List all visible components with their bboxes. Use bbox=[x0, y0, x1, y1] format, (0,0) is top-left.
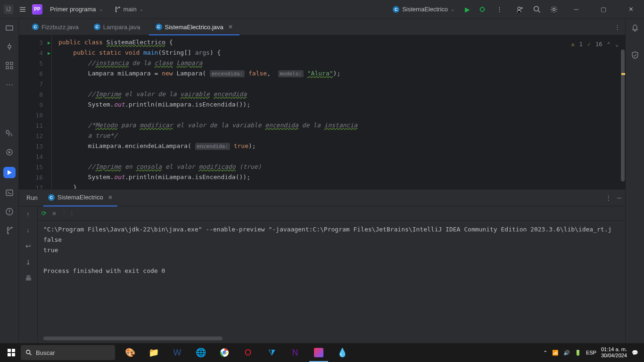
cortana-icon[interactable]: 🎨 bbox=[119, 343, 141, 362]
build-tool-icon[interactable] bbox=[5, 129, 14, 138]
chevron-up-icon[interactable]: ⌃ bbox=[607, 39, 611, 49]
svg-rect-8 bbox=[10, 66, 13, 69]
search-icon[interactable] bbox=[533, 5, 541, 14]
project-badge: PP bbox=[32, 4, 42, 15]
code-editor[interactable]: ⚠1 ✓16 ⌃ ⌄ public class SistemaElectrico… bbox=[52, 35, 625, 189]
run-panel: Run C SistemaElectrico ✕ ⋮ ─ ↑ ↓ ↩ ⤓ 🖶 bbox=[19, 189, 625, 343]
code-with-me-icon[interactable] bbox=[516, 5, 524, 14]
gutter-run-icon[interactable]: ▶ bbox=[48, 40, 50, 45]
notifications-tray-icon[interactable]: 💬 bbox=[632, 350, 638, 356]
chevron-down-icon[interactable]: ⌄ bbox=[615, 39, 619, 49]
main-menu-icon[interactable] bbox=[17, 4, 28, 15]
project-name-text: Primer programa bbox=[50, 6, 96, 13]
more-actions-icon[interactable]: ⋮ bbox=[493, 4, 506, 15]
taskbar-search[interactable]: Buscar bbox=[21, 345, 115, 360]
chrome-icon[interactable] bbox=[213, 343, 236, 362]
git-branch-dropdown[interactable]: main ⌄ bbox=[110, 4, 147, 15]
clock[interactable]: 01:14 a. m. 30/04/2024 bbox=[601, 346, 627, 359]
svg-point-4 bbox=[8, 45, 11, 48]
stop-button[interactable]: ■ bbox=[52, 210, 56, 217]
run-output[interactable]: "C:\Program Files\Java\jdk-22\bin\java.e… bbox=[38, 221, 625, 337]
warning-icon: ⚠ bbox=[571, 39, 574, 49]
left-bottom-tools bbox=[0, 129, 19, 235]
editor-scrollbar[interactable] bbox=[620, 35, 625, 189]
battery-icon[interactable]: 🔋 bbox=[575, 350, 581, 356]
svg-point-1 bbox=[518, 7, 520, 10]
app-icon[interactable]: 💧 bbox=[331, 343, 354, 362]
project-tool-icon[interactable] bbox=[5, 24, 14, 32]
problems-tool-icon[interactable] bbox=[5, 207, 14, 216]
word-icon[interactable]: W bbox=[166, 343, 189, 362]
run-tool-icon[interactable] bbox=[3, 167, 16, 178]
intellij-taskbar-icon[interactable] bbox=[307, 343, 330, 362]
java-class-icon: C bbox=[32, 24, 39, 30]
more-icon[interactable]: ⋮ bbox=[64, 210, 75, 217]
intellij-logo: IJ bbox=[4, 5, 13, 14]
run-tab-sistemaelectrico[interactable]: C SistemaElectrico ✕ bbox=[43, 189, 117, 206]
main-area: ⋯ C Fizzbuzz.java C Lampara.java C Siste… bbox=[0, 19, 644, 343]
close-icon[interactable]: ✕ bbox=[108, 194, 113, 201]
shield-icon[interactable] bbox=[631, 51, 639, 59]
svg-point-2 bbox=[534, 6, 539, 11]
branch-icon bbox=[114, 6, 121, 13]
git-tool-icon[interactable] bbox=[5, 226, 14, 235]
soft-wrap-icon[interactable]: ↩ bbox=[25, 242, 31, 250]
notifications-icon[interactable] bbox=[631, 24, 639, 32]
project-dropdown[interactable]: Primer programa ⌄ bbox=[46, 4, 107, 15]
minimize-button[interactable]: ─ bbox=[567, 3, 586, 16]
explorer-icon[interactable]: 📁 bbox=[142, 343, 165, 362]
tabs-more-icon[interactable]: ⋮ bbox=[614, 24, 620, 31]
rerun-button[interactable]: ⟳ bbox=[41, 210, 47, 217]
windows-taskbar: Buscar 🎨 📁 W 🌐 O ⧩ N 💧 ⌃ 📶 🔊 🔋 ESP 01:14… bbox=[0, 343, 644, 362]
tab-label: Lampara.java bbox=[103, 24, 140, 31]
settings-icon[interactable] bbox=[550, 5, 558, 14]
wifi-icon[interactable]: 📶 bbox=[552, 350, 559, 356]
tab-fizzbuzz[interactable]: C Fizzbuzz.java bbox=[25, 19, 85, 35]
java-class-icon: C bbox=[393, 6, 399, 13]
edge-icon[interactable]: 🌐 bbox=[190, 343, 212, 362]
inspection-widget[interactable]: ⚠1 ✓16 ⌃ ⌄ bbox=[571, 39, 619, 49]
more-icon[interactable]: ⋮ bbox=[605, 194, 611, 201]
run-tool-label: Run bbox=[23, 194, 41, 201]
more-tools-icon[interactable]: ⋯ bbox=[6, 80, 13, 89]
debug-button[interactable] bbox=[477, 4, 488, 15]
run-config-dropdown[interactable]: C SistemaElectrico ⌄ bbox=[389, 4, 458, 15]
scroll-end-icon[interactable]: ⤓ bbox=[25, 258, 31, 266]
language-indicator[interactable]: ESP bbox=[586, 350, 596, 355]
vscode-icon[interactable]: ⧩ bbox=[260, 343, 283, 362]
svg-rect-15 bbox=[12, 353, 15, 356]
java-class-icon: C bbox=[48, 194, 55, 201]
down-icon[interactable]: ↓ bbox=[26, 226, 30, 234]
start-button[interactable] bbox=[2, 343, 21, 362]
tab-lampara[interactable]: C Lampara.java bbox=[87, 19, 147, 35]
search-placeholder: Buscar bbox=[36, 349, 55, 356]
services-tool-icon[interactable] bbox=[5, 148, 14, 156]
editor-tabs: C Fizzbuzz.java C Lampara.java C Sistema… bbox=[19, 19, 625, 35]
tab-sistemaelectrico[interactable]: C SistemaElectrico.java ✕ bbox=[149, 19, 239, 35]
run-button[interactable]: ▶ bbox=[463, 4, 472, 15]
print-icon[interactable]: 🖶 bbox=[25, 274, 32, 282]
svg-rect-5 bbox=[6, 62, 8, 65]
chevron-down-icon: ⌄ bbox=[99, 7, 103, 12]
up-icon[interactable]: ↑ bbox=[26, 210, 30, 218]
minimize-panel-icon[interactable]: ─ bbox=[617, 194, 621, 201]
maximize-button[interactable]: ▢ bbox=[594, 3, 613, 16]
close-button[interactable]: ✕ bbox=[621, 3, 640, 16]
run-h-scrollbar[interactable] bbox=[43, 337, 625, 342]
volume-icon[interactable]: 🔊 bbox=[563, 350, 570, 356]
tray-chevron-icon[interactable]: ⌃ bbox=[543, 350, 547, 356]
gutter-run-icon[interactable]: ▶ bbox=[48, 50, 50, 56]
java-class-icon: C bbox=[94, 24, 100, 30]
taskbar-apps: 🎨 📁 W 🌐 O ⧩ N 💧 bbox=[119, 343, 354, 362]
run-tab-label: SistemaElectrico bbox=[58, 194, 103, 201]
commit-tool-icon[interactable] bbox=[5, 42, 14, 51]
svg-point-0 bbox=[480, 8, 484, 11]
titlebar: IJ PP Primer programa ⌄ main ⌄ C Sistema… bbox=[0, 0, 644, 19]
editor-body: 3▶ 4▶ 5 6 7 8 9 10 11 12 13 14 15 16 17 … bbox=[19, 35, 625, 189]
structure-tool-icon[interactable] bbox=[5, 61, 14, 70]
onenote-icon[interactable]: N bbox=[284, 343, 306, 362]
terminal-tool-icon[interactable] bbox=[5, 189, 14, 197]
opera-icon[interactable]: O bbox=[237, 343, 259, 362]
close-icon[interactable]: ✕ bbox=[228, 24, 233, 30]
tab-label: SistemaElectrico.java bbox=[165, 24, 223, 31]
